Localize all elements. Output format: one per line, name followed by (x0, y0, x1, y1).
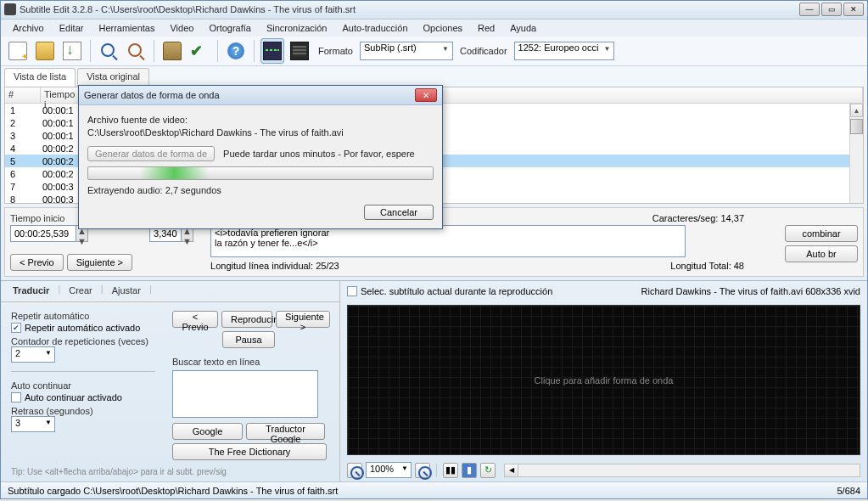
google-button[interactable]: Google (172, 423, 243, 440)
spellcheck-button[interactable] (188, 38, 211, 64)
tab-original-view[interactable]: Vista original (77, 68, 149, 87)
menu-archivo[interactable]: Archivo (6, 21, 51, 35)
replace-icon (126, 42, 145, 60)
starttime-input[interactable] (10, 225, 76, 242)
autobr-button[interactable]: Auto br (785, 245, 858, 262)
app-icon (4, 3, 16, 15)
play-position-button[interactable]: ▮▮ (443, 463, 458, 478)
scroll-left-icon[interactable]: ◀ (505, 464, 518, 476)
scroll-thumb[interactable] (850, 119, 863, 134)
extract-status: Extrayendo audio: 2,7 segundos (87, 185, 434, 195)
cancel-button[interactable]: Cancelar (364, 205, 434, 220)
repeat-auto-checkbox[interactable]: ✔Repetir automático activado (11, 323, 155, 333)
refresh-button[interactable]: ↻ (480, 463, 496, 478)
freedict-button[interactable]: The Free Dictionary (172, 443, 327, 460)
text-input[interactable] (210, 225, 686, 257)
tab-ajustar[interactable]: Ajustar (104, 284, 149, 300)
prev-button[interactable]: < Previo (10, 254, 64, 271)
play-next-button[interactable]: Siguiente > (276, 311, 330, 328)
autocontinue-label: Auto continuar (11, 380, 155, 391)
menu-autotraduccion[interactable]: Auto-traducción (335, 21, 414, 35)
status-left: Subtítulo cargado C:\Users\root\Desktop\… (8, 486, 338, 496)
vertical-scrollbar[interactable]: ▲ (849, 104, 863, 203)
open-button[interactable] (33, 38, 57, 64)
separator (154, 40, 154, 62)
col-num[interactable]: # (5, 87, 41, 103)
help-button[interactable]: ? (224, 38, 248, 64)
find-icon (99, 42, 118, 60)
video-icon (290, 42, 309, 60)
zoom-out-button[interactable] (347, 463, 362, 478)
menu-red[interactable]: Red (471, 21, 501, 35)
play-button[interactable]: Reproducir (221, 311, 272, 328)
tab-list-view[interactable]: Vista de lista (4, 68, 76, 87)
spellcheck-icon (190, 42, 209, 60)
new-icon (8, 42, 27, 60)
fix-errors-button[interactable] (160, 38, 184, 64)
statusbar: Subtítulo cargado C:\Users\root\Desktop\… (1, 481, 867, 498)
lower-panels: Traducir| Crear| Ajustar| Repetir automá… (1, 280, 867, 481)
new-button[interactable] (6, 38, 30, 64)
scroll-up-icon[interactable]: ▲ (850, 104, 863, 117)
right-panel: Selec. subtítulo actual durante la repro… (340, 281, 867, 481)
progress-bar (87, 166, 434, 180)
waveform-dialog: Generar datos de forma de onda ✕ Archivo… (78, 85, 443, 229)
menu-video[interactable]: Video (163, 21, 200, 35)
next-button[interactable]: Siguiente > (67, 254, 132, 271)
dialog-title: Generar datos de forma de onda (84, 90, 415, 100)
col-time[interactable]: Tiempo i (41, 87, 80, 103)
video-button[interactable] (288, 38, 311, 64)
minimize-button[interactable]: — (799, 3, 820, 16)
view-tabs: Vista de lista Vista original (1, 68, 867, 87)
separator (90, 40, 91, 62)
pause-button[interactable]: Pausa (222, 331, 275, 348)
zoom-in-button[interactable] (415, 463, 430, 478)
save-button[interactable] (60, 38, 84, 64)
zoom-in-icon (417, 464, 428, 476)
traductor-google-button[interactable]: Traductor Google (246, 423, 325, 440)
find-button[interactable] (97, 38, 120, 64)
zoom-toolbar: 100% ▮▮ ▮ ↻ ◀ (340, 459, 867, 481)
left-panel: Traducir| Crear| Ajustar| Repetir automá… (1, 281, 340, 481)
menu-herramientas[interactable]: Herramientas (92, 21, 161, 35)
horizontal-scrollbar[interactable]: ◀ (504, 464, 860, 477)
dialog-close-button[interactable]: ✕ (415, 88, 437, 102)
title-text: Subtitle Edit 3.2.8 - C:\Users\root\Desk… (20, 4, 799, 14)
counter-select[interactable]: 2 (11, 346, 55, 363)
menu-sincronizacion[interactable]: Sincronización (260, 21, 334, 35)
waveform-area[interactable]: Clique para añadir forma de onda (347, 305, 860, 455)
video-info: Richard Dawkins - The virus of faith.avi… (641, 286, 860, 296)
maximize-button[interactable]: ▭ (821, 3, 842, 16)
tab-crear[interactable]: Crear (60, 284, 101, 300)
repeat-auto-label: Repetir automático (11, 311, 155, 321)
delay-select[interactable]: 3 (11, 416, 55, 432)
status-right: 5/684 (837, 486, 860, 496)
menu-ayuda[interactable]: Ayuda (503, 21, 543, 35)
encoder-select[interactable]: 1252: Europeo occi (514, 42, 615, 60)
separator (254, 40, 255, 62)
format-select[interactable]: SubRip (.srt) (360, 42, 453, 60)
format-label: Formato (318, 46, 353, 56)
search-textarea[interactable] (172, 370, 318, 418)
select-current-checkbox[interactable]: Selec. subtítulo actual durante la repro… (347, 286, 552, 296)
delay-label: Retraso (segundos) (11, 406, 155, 416)
cps-display: Caracteres/seg: 14,37 (652, 213, 744, 223)
help-icon: ? (227, 42, 244, 59)
search-online-label: Buscar texto en línea (172, 357, 325, 367)
autocontinue-checkbox[interactable]: Auto continuar activado (11, 392, 155, 402)
menu-ortografia[interactable]: Ortografía (202, 21, 258, 35)
main-window: Subtitle Edit 3.2.8 - C:\Users\root\Desk… (0, 0, 868, 499)
menu-opciones[interactable]: Opciones (417, 21, 469, 35)
center-button[interactable]: ▮ (462, 463, 477, 478)
combine-button[interactable]: combinar (785, 225, 858, 242)
waveform-icon (263, 42, 282, 60)
waveform-button[interactable] (260, 38, 284, 64)
close-button[interactable]: ✕ (843, 3, 864, 16)
src-label: Archivo fuente de video: (87, 115, 434, 125)
replace-button[interactable] (124, 38, 148, 64)
zoom-select[interactable]: 100% (366, 462, 412, 478)
zoom-out-icon (349, 464, 361, 476)
play-prev-button[interactable]: < Previo (172, 311, 218, 328)
menu-editar[interactable]: Editar (53, 21, 91, 35)
tab-traducir[interactable]: Traducir (4, 284, 58, 300)
